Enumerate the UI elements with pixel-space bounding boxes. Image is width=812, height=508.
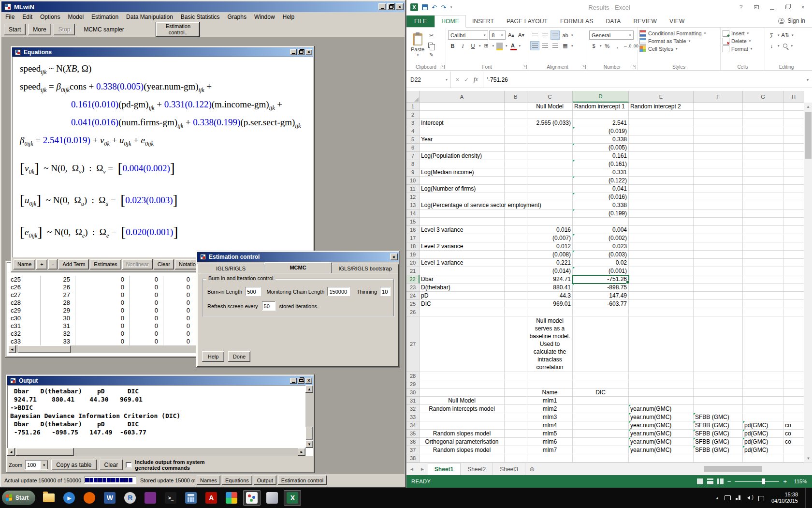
cell-H12[interactable] (783, 193, 804, 201)
cell-A3[interactable]: Intercept (420, 119, 505, 127)
output-vscroll-thumb[interactable] (305, 427, 313, 440)
cell-E3[interactable] (629, 119, 694, 127)
row-header-14[interactable]: 14 (406, 209, 420, 218)
cell-G30[interactable] (743, 388, 783, 397)
cell-D14[interactable]: (0.199) (573, 209, 629, 218)
equation-line[interactable]: [v0k] ~ N(0, Ωv) : Ωv = [0.004(0.002)] (20, 157, 305, 183)
cell-A34[interactable] (420, 421, 505, 430)
cell-F6[interactable] (694, 144, 743, 152)
equations-plus-button[interactable]: + (36, 259, 47, 269)
taskbar-calculator-icon[interactable] (182, 490, 200, 506)
cell-C6[interactable] (527, 144, 573, 152)
cell-F15[interactable] (694, 218, 743, 226)
taskbar-word-icon[interactable]: W (101, 490, 118, 506)
cell-H5[interactable] (783, 135, 804, 144)
fill-color-button[interactable] (495, 41, 504, 50)
cell-E5[interactable] (629, 135, 694, 144)
cell-A20[interactable]: Level 1 variance (420, 259, 505, 267)
taskbar-purple-app-icon[interactable] (142, 490, 159, 506)
cell-G23[interactable] (743, 284, 783, 292)
cell-A22[interactable]: Dbar (420, 275, 505, 284)
volume-icon[interactable] (747, 494, 754, 501)
cell-B6[interactable] (505, 144, 527, 152)
cell-A33[interactable] (420, 413, 505, 421)
mlwin-restore-button[interactable] (387, 3, 395, 10)
grow-font-button[interactable]: A▴ (507, 30, 516, 40)
cell-F1[interactable] (694, 103, 743, 111)
cell-D32[interactable] (573, 405, 629, 413)
cell-F33[interactable]: SFBB (GMC) (694, 413, 743, 421)
cell-D33[interactable] (573, 413, 629, 421)
equations-restore-button[interactable] (298, 49, 304, 55)
merge-center-button[interactable]: ▦ (561, 41, 570, 50)
cell-E23[interactable] (629, 284, 694, 292)
cell-C31[interactable]: mlm1 (527, 397, 573, 405)
equations-estimates-button[interactable]: Estimates (90, 259, 121, 269)
cell-C1[interactable]: Null Model (527, 103, 573, 111)
cell-B35[interactable] (505, 430, 527, 438)
cell-B10[interactable] (505, 177, 527, 185)
window-button-estimation-control[interactable]: Estimation control (278, 476, 327, 485)
cell-B12[interactable] (505, 193, 527, 201)
cell-C28[interactable] (527, 372, 573, 380)
percent-style-button[interactable]: % (603, 41, 612, 50)
row-header-12[interactable]: 12 (406, 193, 420, 201)
taskbar-clock[interactable]: 15:38 04/10/2015 (768, 492, 801, 504)
ribbon-tab-file[interactable]: FILE (406, 15, 435, 27)
cell-B1[interactable] (505, 103, 527, 111)
cell-B13[interactable] (505, 201, 527, 209)
cell-D27[interactable] (573, 316, 629, 372)
cell-B25[interactable] (505, 300, 527, 308)
cut-button[interactable]: ✂ (427, 31, 436, 40)
cell-F28[interactable] (694, 372, 743, 380)
excel-restore-button[interactable] (780, 1, 795, 13)
row-header-24[interactable]: 24 (406, 292, 420, 300)
cell-G19[interactable] (743, 251, 783, 259)
window-button-names[interactable]: Names (197, 476, 220, 485)
cell-C24[interactable]: 44.3 (527, 292, 573, 300)
equations-close-button[interactable]: × (305, 49, 312, 55)
cell-B32[interactable] (505, 405, 527, 413)
taskbar-file-explorer-icon[interactable] (40, 490, 58, 506)
cell-D6[interactable]: (0.005) (573, 144, 629, 152)
cell-H13[interactable] (783, 201, 804, 209)
cell-B15[interactable] (505, 218, 527, 226)
output-close-button[interactable]: × (305, 378, 312, 384)
ribbon-tab-insert[interactable]: INSERT (466, 15, 500, 27)
cell-D15[interactable] (573, 218, 629, 226)
cell-C35[interactable]: mlm5 (527, 430, 573, 438)
cell-H15[interactable] (783, 218, 804, 226)
equations-minus-button[interactable]: - (48, 259, 58, 269)
scroll-down-icon[interactable]: ▼ (804, 454, 812, 463)
cell-E15[interactable] (629, 218, 694, 226)
dialog-close-button[interactable]: × (390, 254, 398, 260)
cell-F2[interactable] (694, 111, 743, 119)
cell-A8[interactable] (420, 160, 505, 168)
cell-C8[interactable] (527, 160, 573, 168)
cell-H2[interactable] (783, 111, 804, 119)
shrink-font-button[interactable]: A▾ (517, 30, 526, 40)
cell-D12[interactable]: (0.016) (573, 193, 629, 201)
cell-D20[interactable]: 0.02 (573, 259, 629, 267)
row-header-2[interactable]: 2 (406, 111, 420, 119)
insert-function-icon[interactable]: fx (474, 76, 478, 83)
stop-button[interactable]: Stop (54, 24, 75, 35)
font-size-select[interactable]: 8▾ (489, 30, 506, 40)
output-vertical-scrollbar[interactable]: ▲ ▼ (305, 385, 313, 448)
row-header-25[interactable]: 25 (406, 300, 420, 308)
zoom-slider[interactable] (735, 481, 779, 482)
cell-G13[interactable] (743, 201, 783, 209)
cell-H24[interactable] (783, 292, 804, 300)
sheet-nav-left-icon[interactable]: ◄ (406, 466, 417, 472)
cell-D38[interactable] (573, 454, 629, 463)
cell-D10[interactable]: (0.122) (573, 177, 629, 185)
cell-G5[interactable] (743, 135, 783, 144)
cell-H28[interactable] (783, 372, 804, 380)
cell-D22[interactable]: -751.26 (573, 275, 629, 284)
output-hscroll-thumb[interactable] (16, 448, 74, 456)
cell-A30[interactable] (420, 388, 505, 397)
formula-bar-expand-icon[interactable]: ▾ (803, 72, 812, 88)
paste-button[interactable]: Paste ▾ (408, 29, 427, 61)
cell-F7[interactable] (694, 152, 743, 160)
row-header-6[interactable]: 6 (406, 144, 420, 152)
